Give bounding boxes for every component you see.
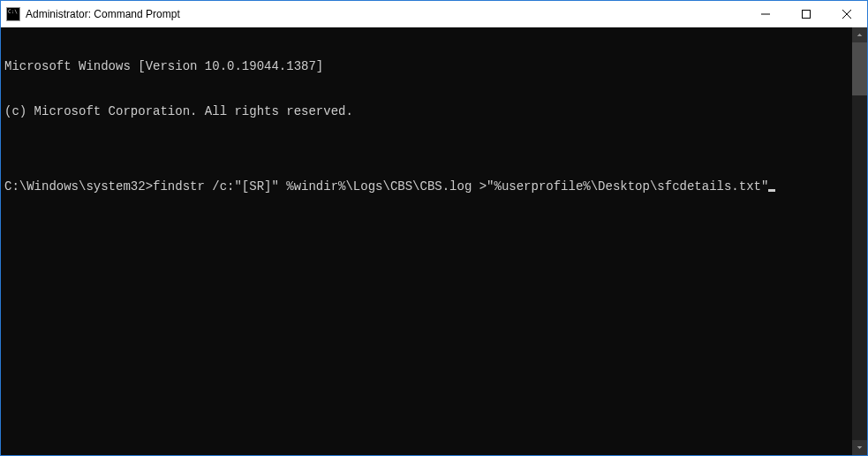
terminal-area: Microsoft Windows [Version 10.0.19044.13… (1, 27, 867, 455)
output-line-version: Microsoft Windows [Version 10.0.19044.13… (4, 59, 852, 74)
maximize-icon (802, 10, 811, 19)
svg-rect-1 (803, 11, 811, 19)
window-title: Administrator: Command Prompt (26, 8, 180, 20)
terminal-output[interactable]: Microsoft Windows [Version 10.0.19044.13… (1, 27, 852, 455)
cursor (768, 189, 775, 192)
scroll-track[interactable] (852, 42, 867, 440)
command-text[interactable]: findstr /c:"[SR]" %windir%\Logs\CBS\CBS.… (153, 179, 768, 194)
cmd-icon (6, 7, 20, 21)
scroll-up-button[interactable] (852, 27, 867, 42)
scroll-thumb[interactable] (852, 42, 867, 95)
titlebar-left: Administrator: Command Prompt (6, 7, 180, 21)
output-line-copyright: (c) Microsoft Corporation. All rights re… (4, 104, 852, 119)
chevron-up-icon (857, 32, 863, 38)
prompt-path: C:\Windows\system32> (4, 179, 153, 194)
close-icon (842, 10, 851, 19)
close-button[interactable] (826, 1, 867, 27)
prompt-line: C:\Windows\system32>findstr /c:"[SR]" %w… (4, 179, 852, 194)
minimize-icon (761, 10, 770, 19)
command-prompt-window: Administrator: Command Prompt Microsoft … (0, 0, 868, 456)
vertical-scrollbar[interactable] (852, 27, 867, 455)
window-controls (745, 1, 867, 27)
scroll-down-button[interactable] (852, 440, 867, 455)
chevron-down-icon (857, 445, 863, 451)
titlebar[interactable]: Administrator: Command Prompt (1, 1, 867, 27)
minimize-button[interactable] (745, 1, 786, 27)
maximize-button[interactable] (786, 1, 826, 27)
